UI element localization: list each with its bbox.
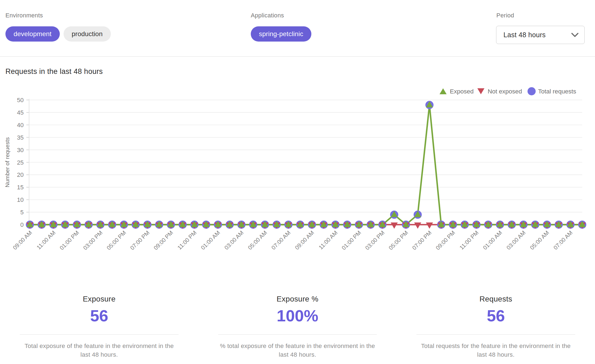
metric-divider: [416, 334, 575, 335]
environment-pill-development[interactable]: development: [5, 26, 60, 42]
svg-text:Number of requests: Number of requests: [4, 137, 10, 187]
svg-text:03:00 AM: 03:00 AM: [505, 230, 527, 251]
svg-text:50: 50: [17, 97, 24, 103]
section-divider: [0, 56, 595, 57]
svg-text:11:00 AM: 11:00 AM: [35, 230, 57, 251]
svg-text:07:00 AM: 07:00 AM: [270, 230, 292, 251]
svg-text:01:00 AM: 01:00 AM: [482, 230, 503, 251]
svg-text:05:00 PM: 05:00 PM: [387, 230, 409, 251]
environment-pill-production[interactable]: production: [64, 26, 111, 42]
metric-card-exposure: Exposure 56 Total exposure of the featur…: [0, 295, 198, 359]
period-filter: Period: [496, 12, 514, 19]
svg-text:03:00 PM: 03:00 PM: [82, 230, 104, 251]
metric-value: 56: [416, 308, 575, 324]
svg-text:03:00 PM: 03:00 PM: [364, 230, 386, 251]
svg-text:07:00 PM: 07:00 PM: [129, 230, 151, 251]
period-select-value: Last 48 hours: [503, 31, 546, 39]
svg-text:Exposed: Exposed: [450, 88, 474, 95]
environments-filter: Environments: [5, 12, 43, 19]
svg-text:07:00 PM: 07:00 PM: [411, 230, 433, 251]
metric-description: Total requests for the feature in the en…: [416, 342, 575, 359]
svg-text:11:00 PM: 11:00 PM: [176, 230, 198, 251]
svg-text:01:00 AM: 01:00 AM: [200, 230, 221, 251]
svg-text:01:00 PM: 01:00 PM: [58, 230, 80, 251]
metric-value: 100%: [218, 308, 377, 324]
period-label: Period: [496, 12, 514, 19]
svg-text:05:00 PM: 05:00 PM: [105, 230, 127, 251]
metric-divider: [218, 334, 377, 335]
metric-card-requests: Requests 56 Total requests for the featu…: [397, 295, 595, 359]
chevron-down-icon: [571, 33, 578, 37]
applications-pills: spring-petclinic: [251, 26, 311, 42]
svg-text:09:00 AM: 09:00 AM: [12, 230, 33, 251]
svg-text:10: 10: [17, 196, 24, 203]
metric-title: Exposure: [20, 295, 178, 303]
metric-card-exposure-percent: Exposure % 100% % total exposure of the …: [198, 295, 397, 359]
svg-text:Total requests: Total requests: [538, 88, 576, 95]
metric-value: 56: [20, 308, 178, 324]
svg-text:05:00 AM: 05:00 AM: [529, 230, 550, 251]
svg-text:25: 25: [17, 159, 24, 166]
svg-text:45: 45: [17, 109, 24, 116]
svg-text:11:00 AM: 11:00 AM: [318, 230, 339, 251]
metric-description: Total exposure of the feature in the env…: [20, 342, 178, 359]
metric-divider: [20, 334, 178, 335]
svg-text:Not exposed: Not exposed: [488, 88, 522, 95]
svg-text:30: 30: [17, 147, 24, 153]
environments-pills: development production: [5, 26, 111, 42]
svg-text:01:00 PM: 01:00 PM: [340, 230, 362, 251]
svg-text:35: 35: [17, 134, 24, 141]
svg-text:5: 5: [20, 209, 24, 216]
svg-text:07:00 AM: 07:00 AM: [552, 230, 574, 251]
metric-title: Exposure %: [218, 295, 377, 303]
requests-chart: 05101520253035404550Number of requests09…: [0, 81, 595, 266]
feature-metrics-page: Environments development production Appl…: [0, 0, 595, 364]
metric-title: Requests: [416, 295, 575, 303]
svg-text:09:00 PM: 09:00 PM: [152, 230, 174, 251]
svg-text:0: 0: [20, 221, 24, 228]
svg-text:09:00 PM: 09:00 PM: [434, 230, 456, 251]
chart-title: Requests in the last 48 hours: [5, 67, 103, 76]
svg-text:11:00 PM: 11:00 PM: [458, 230, 480, 251]
svg-text:15: 15: [17, 184, 24, 191]
svg-text:03:00 AM: 03:00 AM: [223, 230, 245, 251]
applications-label: Applications: [251, 12, 284, 19]
applications-filter: Applications: [251, 12, 284, 19]
metric-description: % total exposure of the feature in the e…: [218, 342, 377, 359]
application-pill-spring-petclinic[interactable]: spring-petclinic: [251, 26, 311, 42]
svg-text:05:00 AM: 05:00 AM: [247, 230, 268, 251]
environments-label: Environments: [5, 12, 43, 19]
svg-text:09:00 AM: 09:00 AM: [294, 230, 315, 251]
svg-text:20: 20: [17, 171, 24, 178]
svg-text:40: 40: [17, 122, 24, 128]
metrics-row: Exposure 56 Total exposure of the featur…: [0, 295, 595, 359]
period-select[interactable]: Last 48 hours: [496, 26, 585, 44]
